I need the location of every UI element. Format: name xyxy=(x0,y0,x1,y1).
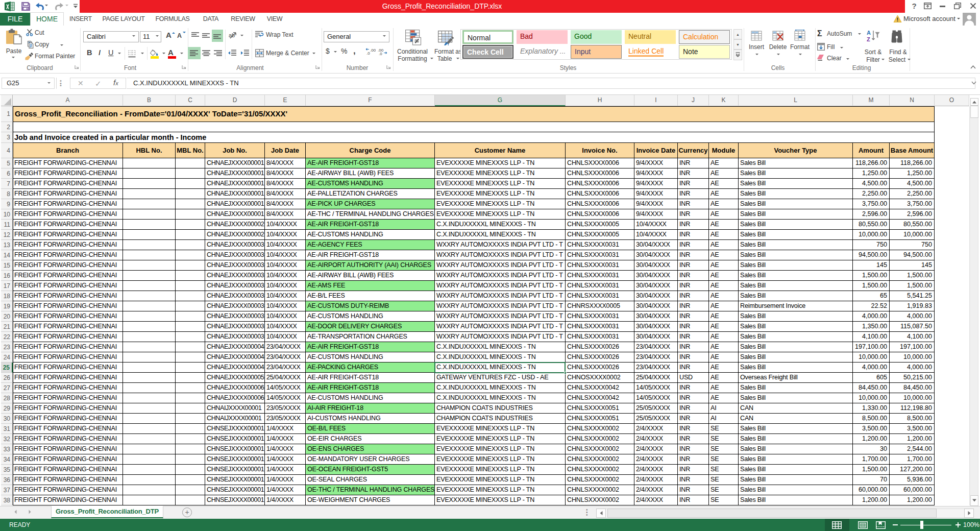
svg-text:ab: ab xyxy=(229,32,235,38)
svg-text:.00: .00 xyxy=(370,48,376,53)
svg-text:A: A xyxy=(867,30,871,36)
svg-text:.0: .0 xyxy=(379,52,382,56)
svg-text:Z: Z xyxy=(867,36,870,42)
